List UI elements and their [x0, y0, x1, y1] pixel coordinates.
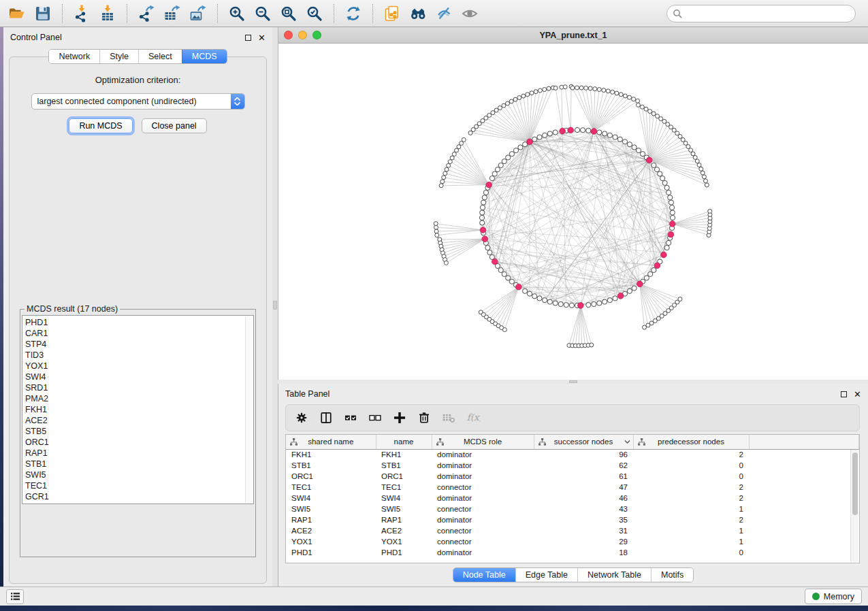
graph-node[interactable] — [487, 250, 492, 255]
graph-node[interactable] — [509, 279, 514, 284]
graph-node[interactable] — [543, 133, 547, 137]
columns-button[interactable] — [319, 410, 334, 425]
graph-node[interactable] — [640, 105, 644, 109]
graph-hub-node-selected[interactable] — [560, 128, 566, 134]
graph-node[interactable] — [658, 171, 662, 176]
graph-node[interactable] — [448, 160, 452, 164]
tab-style[interactable]: Style — [99, 50, 138, 63]
graph-node[interactable] — [699, 167, 703, 171]
graph-node[interactable] — [659, 117, 663, 121]
mcds-result-item[interactable]: STB5 — [25, 426, 251, 437]
table-row[interactable]: PHD1PHD1dominator180 — [286, 547, 859, 558]
graph-node[interactable] — [447, 163, 451, 167]
graph-hub-node-selected[interactable] — [637, 281, 643, 287]
graph-node[interactable] — [483, 190, 488, 195]
toggle-graphics-details-button[interactable] — [432, 3, 455, 24]
result-list-scrollbar[interactable] — [245, 316, 253, 503]
graph-node[interactable] — [648, 110, 652, 114]
table-row[interactable]: YOX1YOX1connector291 — [286, 536, 859, 547]
graph-node[interactable] — [435, 233, 439, 237]
table-row[interactable]: STB1STB1dominator620 — [286, 460, 859, 471]
graph-node[interactable] — [602, 131, 607, 136]
graph-node[interactable] — [586, 128, 591, 133]
graph-node[interactable] — [666, 122, 670, 127]
graph-node[interactable] — [489, 176, 494, 181]
graph-node[interactable] — [492, 171, 497, 176]
show-hide-button[interactable] — [458, 3, 481, 24]
graph-node[interactable] — [537, 296, 542, 301]
graph-node[interactable] — [708, 209, 712, 213]
mcds-result-item[interactable]: FKH1 — [25, 404, 251, 415]
graph-hub-node-selected[interactable] — [480, 227, 486, 233]
graph-node[interactable] — [632, 145, 637, 150]
graph-node[interactable] — [513, 148, 518, 153]
close-table-panel-icon[interactable]: ✕ — [854, 390, 861, 399]
graph-node[interactable] — [664, 185, 669, 190]
graph-node[interactable] — [479, 215, 484, 220]
graph-node[interactable] — [570, 86, 575, 90]
graph-node[interactable] — [434, 222, 438, 226]
mcds-result-item[interactable]: TEC1 — [25, 480, 251, 491]
graph-node[interactable] — [468, 131, 472, 135]
graph-node[interactable] — [701, 171, 705, 175]
float-panel-icon[interactable] — [245, 35, 251, 41]
graph-node[interactable] — [622, 139, 627, 144]
graph-node[interactable] — [553, 130, 558, 135]
graph-node[interactable] — [672, 128, 676, 132]
graph-node[interactable] — [588, 86, 592, 90]
graph-node[interactable] — [593, 87, 597, 91]
graph-node[interactable] — [652, 163, 656, 167]
vertical-splitter[interactable] — [272, 27, 278, 587]
zoom-fit-button[interactable] — [277, 3, 300, 24]
graph-node[interactable] — [434, 229, 438, 233]
graph-node[interactable] — [450, 156, 454, 160]
graph-node[interactable] — [660, 176, 665, 181]
mcds-result-item[interactable]: YOX1 — [25, 361, 251, 371]
column-header-predecessor-nodes[interactable]: predecessor nodes — [633, 435, 749, 449]
save-session-button[interactable] — [31, 3, 54, 24]
graph-node[interactable] — [526, 93, 530, 97]
tab-network[interactable]: Network — [49, 50, 99, 63]
tab-edge-table[interactable]: Edge Table — [515, 568, 577, 582]
graph-node[interactable] — [705, 183, 709, 187]
column-header-name[interactable]: name — [376, 435, 432, 449]
table-row[interactable]: TEC1TEC1connector472 — [286, 482, 859, 493]
graph-node[interactable] — [502, 328, 507, 332]
find-button[interactable] — [406, 3, 430, 24]
graph-node[interactable] — [537, 135, 542, 139]
mcds-result-item[interactable]: SRD1 — [25, 382, 251, 393]
graph-node[interactable] — [607, 298, 612, 303]
graph-node[interactable] — [530, 91, 534, 95]
horizontal-splitter[interactable] — [278, 380, 868, 384]
task-history-button[interactable] — [6, 589, 24, 604]
graph-node[interactable] — [590, 343, 594, 347]
graph-node[interactable] — [668, 195, 673, 200]
graph-node[interactable] — [444, 261, 448, 265]
graph-node[interactable] — [602, 299, 607, 304]
graph-node[interactable] — [644, 107, 648, 111]
graph-node[interactable] — [480, 220, 485, 225]
graph-node[interactable] — [636, 103, 640, 107]
graph-node[interactable] — [652, 112, 656, 116]
float-table-panel-icon[interactable] — [841, 391, 847, 397]
graph-hub-node-selected[interactable] — [617, 293, 624, 299]
tab-node-table[interactable]: Node Table — [453, 568, 515, 582]
graph-node[interactable] — [502, 159, 507, 164]
graph-node[interactable] — [480, 210, 485, 215]
graph-node[interactable] — [695, 159, 699, 163]
close-panel-button[interactable]: Close panel — [142, 118, 207, 133]
graph-node[interactable] — [654, 167, 659, 172]
table-row[interactable]: FKH1FKH1dominator962 — [286, 449, 859, 460]
graph-node[interactable] — [597, 301, 602, 306]
graph-node[interactable] — [606, 89, 610, 93]
graph-node[interactable] — [553, 301, 558, 306]
graph-node[interactable] — [581, 128, 585, 133]
settings-button[interactable] — [294, 410, 309, 425]
graph-node[interactable] — [575, 86, 579, 90]
graph-node[interactable] — [439, 184, 443, 188]
open-file-button[interactable] — [5, 3, 29, 24]
graph-hub-node-selected[interactable] — [486, 182, 492, 188]
graph-hub-node-selected[interactable] — [646, 157, 652, 163]
column-header-shared-name[interactable]: shared name — [286, 435, 376, 449]
graph-node[interactable] — [482, 195, 487, 200]
